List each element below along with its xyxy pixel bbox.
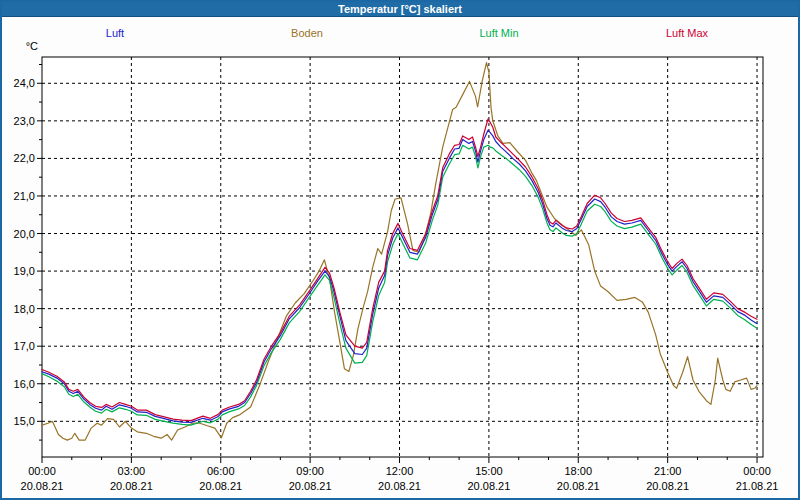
- x-tick-time-label: 06:00: [207, 465, 235, 477]
- x-tick-time-label: 09:00: [296, 465, 324, 477]
- x-tick-date-label: 20.08.21: [199, 480, 242, 492]
- x-tick-time-label: 00:00: [743, 465, 771, 477]
- plot-area: [42, 57, 763, 457]
- y-tick-label: 23,0: [14, 115, 35, 127]
- y-tick-label: 18,0: [14, 303, 35, 315]
- y-axis-unit-label: °C: [26, 40, 38, 52]
- x-tick-time-label: 00:00: [28, 465, 56, 477]
- x-tick-time-label: 03:00: [118, 465, 146, 477]
- x-tick-date-label: 20.08.21: [646, 480, 689, 492]
- y-tick-label: 22,0: [14, 152, 35, 164]
- y-tick-label: 15,0: [14, 415, 35, 427]
- x-tick-date-label: 20.08.21: [467, 480, 510, 492]
- x-tick-time-label: 15:00: [475, 465, 503, 477]
- x-tick-date-label: 20.08.21: [378, 480, 421, 492]
- x-tick-date-label: 20.08.21: [557, 480, 600, 492]
- temperature-chart: 24,023,022,021,020,019,018,017,016,015,0…: [2, 2, 800, 500]
- y-tick-label: 20,0: [14, 228, 35, 240]
- x-tick-date-label: 20.08.21: [21, 480, 64, 492]
- y-tick-label: 21,0: [14, 190, 35, 202]
- x-tick-date-label: 20.08.21: [110, 480, 153, 492]
- y-tick-label: 24,0: [14, 77, 35, 89]
- x-tick-time-label: 21:00: [654, 465, 682, 477]
- y-tick-label: 17,0: [14, 340, 35, 352]
- y-tick-label: 16,0: [14, 378, 35, 390]
- x-tick-time-label: 12:00: [386, 465, 414, 477]
- y-tick-label: 19,0: [14, 265, 35, 277]
- x-tick-date-label: 20.08.21: [289, 480, 332, 492]
- x-tick-time-label: 18:00: [565, 465, 593, 477]
- x-tick-date-label: 21.08.21: [736, 480, 779, 492]
- chart-window: Temperatur [°C] skaliert Luft Boden Luft…: [0, 0, 800, 500]
